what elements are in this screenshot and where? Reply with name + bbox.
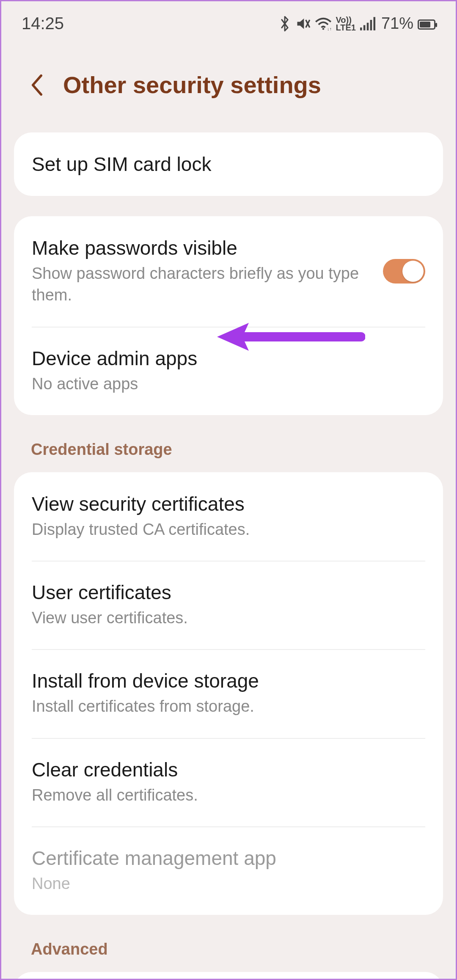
- page-title: Other security settings: [63, 71, 321, 99]
- row-subtitle: Display trusted CA certificates.: [32, 519, 425, 540]
- row-title: User certificates: [32, 581, 425, 604]
- card-credential-storage: View security certificates Display trust…: [14, 472, 443, 915]
- row-passwords-visible[interactable]: Make passwords visible Show password cha…: [14, 216, 443, 327]
- row-title: Set up SIM card lock: [32, 153, 425, 176]
- row-install-from-storage[interactable]: Install from device storage Install cert…: [14, 649, 443, 738]
- row-device-admin-apps[interactable]: Device admin apps No active apps: [14, 327, 443, 415]
- row-title: View security certificates: [32, 493, 425, 515]
- section-credential-storage: Credential storage: [1, 435, 456, 472]
- row-subtitle: View user certificates.: [32, 607, 425, 629]
- status-time: 14:25: [22, 14, 64, 33]
- svg-rect-4: [360, 28, 362, 30]
- row-subtitle: Show password characters briefly as you …: [32, 263, 370, 306]
- row-title: Install from device storage: [32, 669, 425, 692]
- row-title: Device admin apps: [32, 347, 425, 370]
- mute-icon: [295, 16, 311, 31]
- row-title: Make passwords visible: [32, 237, 370, 259]
- wifi-icon: ↓↑: [315, 17, 332, 30]
- svg-rect-8: [373, 17, 375, 30]
- volte-icon: Vo))LTE1: [336, 16, 356, 31]
- card-sim: Set up SIM card lock: [14, 132, 443, 196]
- header: Other security settings: [1, 41, 456, 132]
- status-icons: ↓↑ Vo))LTE1 71%: [278, 14, 435, 33]
- card-advanced: Trust agents Perform selected actions wh…: [14, 972, 443, 980]
- row-subtitle: None: [32, 873, 425, 895]
- status-bar: 14:25 ↓↑ Vo))LTE1 71%: [1, 1, 456, 41]
- row-subtitle: Install certificates from storage.: [32, 696, 425, 717]
- row-view-security-certificates[interactable]: View security certificates Display trust…: [14, 472, 443, 561]
- section-advanced: Advanced: [1, 935, 456, 972]
- bluetooth-icon: [278, 16, 291, 32]
- card-passwords-admin: Make passwords visible Show password cha…: [14, 216, 443, 415]
- row-user-certificates[interactable]: User certificates View user certificates…: [14, 561, 443, 649]
- svg-point-2: [322, 28, 324, 30]
- row-subtitle: Remove all certificates.: [32, 785, 425, 806]
- toggle-passwords-visible[interactable]: [383, 259, 425, 284]
- svg-rect-7: [370, 20, 372, 30]
- svg-text:↓↑: ↓↑: [327, 26, 331, 30]
- row-certificate-management-app: Certificate management app None: [14, 826, 443, 915]
- battery-icon: [418, 14, 435, 33]
- row-title: Certificate management app: [32, 847, 425, 870]
- back-button[interactable]: [27, 75, 46, 95]
- row-subtitle: No active apps: [32, 373, 425, 395]
- row-title: Clear credentials: [32, 758, 425, 781]
- toggle-knob: [402, 261, 424, 282]
- svg-rect-6: [367, 22, 369, 30]
- row-trust-agents[interactable]: Trust agents Perform selected actions wh…: [14, 972, 443, 980]
- chevron-left-icon: [28, 73, 44, 97]
- battery-percent: 71%: [381, 14, 413, 33]
- row-clear-credentials[interactable]: Clear credentials Remove all certificate…: [14, 738, 443, 826]
- row-sim-card-lock[interactable]: Set up SIM card lock: [14, 132, 443, 196]
- signal-icon: [360, 17, 375, 30]
- svg-rect-5: [363, 25, 366, 30]
